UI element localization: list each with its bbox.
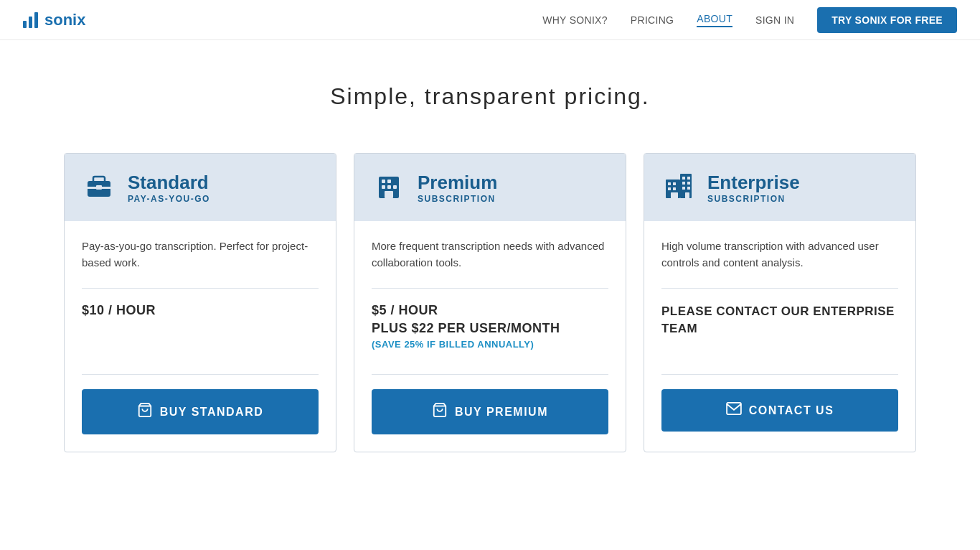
svg-rect-27: [682, 187, 685, 190]
card-enterprise-description: High volume transcription with advanced …: [661, 238, 898, 289]
svg-rect-26: [687, 182, 690, 185]
card-standard-body: Pay-as-you-go transcription. Perfect for…: [65, 221, 336, 452]
card-enterprise-title: Enterprise SUBSCRIPTION: [707, 172, 800, 204]
nav-pricing[interactable]: PRICING: [631, 14, 674, 26]
card-premium-price: $5 / HOUR PLUS $22 PER USER/MONTH (SAVE …: [372, 303, 608, 375]
card-standard-header: Standard PAY-AS-YOU-GO: [65, 154, 336, 221]
pricing-cards: Standard PAY-AS-YOU-GO Pay-as-you-go tra…: [29, 153, 951, 452]
card-premium-description: More frequent transcription needs with a…: [372, 238, 608, 289]
card-standard-name: Standard: [128, 172, 210, 194]
svg-rect-6: [96, 185, 102, 190]
svg-rect-31: [727, 403, 741, 414]
card-standard-price: $10 / HOUR: [82, 303, 319, 375]
card-enterprise-name: Enterprise: [707, 172, 800, 194]
card-premium-header: Premium SUBSCRIPTION: [354, 154, 626, 221]
svg-rect-25: [682, 182, 685, 185]
card-enterprise: Enterprise SUBSCRIPTION High volume tran…: [644, 153, 916, 452]
svg-rect-15: [385, 191, 393, 198]
card-premium-price-main: $5 / HOUR: [372, 303, 608, 318]
cart-icon: [137, 402, 153, 421]
card-enterprise-body: High volume transcription with advanced …: [644, 221, 915, 449]
svg-rect-22: [673, 187, 676, 190]
card-enterprise-price-contact: PLEASE CONTACT OUR ENTERPRISE TEAM: [661, 303, 898, 337]
svg-rect-13: [387, 185, 391, 189]
svg-rect-21: [668, 187, 671, 190]
svg-rect-20: [673, 182, 676, 185]
svg-rect-1: [29, 17, 32, 28]
buy-standard-button[interactable]: BUY STANDARD: [82, 389, 319, 434]
svg-rect-12: [382, 185, 385, 189]
logo-text: sonix: [44, 11, 85, 29]
card-enterprise-price: PLEASE CONTACT OUR ENTERPRISE TEAM: [661, 303, 898, 375]
svg-rect-9: [382, 180, 385, 183]
buy-premium-label: BUY PREMIUM: [455, 406, 548, 419]
card-premium-subtitle: SUBSCRIPTION: [418, 194, 497, 204]
nav-about[interactable]: ABOUT: [697, 13, 732, 27]
card-enterprise-subtitle: SUBSCRIPTION: [707, 194, 800, 204]
card-premium-name: Premium: [418, 172, 497, 194]
sonix-bars-icon: [23, 12, 39, 28]
card-standard-description: Pay-as-you-go transcription. Perfect for…: [82, 238, 319, 289]
logo-icon: [23, 12, 39, 28]
card-premium: Premium SUBSCRIPTION More frequent trans…: [354, 153, 626, 452]
svg-rect-2: [34, 12, 38, 28]
svg-rect-28: [687, 187, 690, 190]
svg-rect-23: [682, 177, 685, 180]
svg-rect-14: [393, 185, 397, 189]
svg-rect-0: [23, 21, 27, 28]
card-standard-title: Standard PAY-AS-YOU-GO: [128, 172, 210, 204]
card-enterprise-header: Enterprise SUBSCRIPTION: [644, 154, 915, 221]
building-enterprise-icon: [661, 168, 696, 207]
card-premium-title: Premium SUBSCRIPTION: [418, 172, 497, 204]
buy-premium-button[interactable]: BUY PREMIUM: [372, 389, 608, 434]
buy-standard-label: BUY STANDARD: [160, 406, 264, 419]
page-title: Simple, transparent pricing.: [29, 83, 951, 110]
svg-rect-19: [668, 182, 671, 185]
main-content: Simple, transparent pricing. Standard PA…: [0, 40, 980, 510]
contact-us-label: CONTACT US: [749, 404, 834, 417]
nav-sign-in[interactable]: SIGN IN: [755, 14, 794, 26]
card-premium-price-save: (SAVE 25% IF BILLED ANNUALLY): [372, 339, 608, 350]
svg-rect-4: [93, 177, 105, 182]
svg-rect-10: [387, 180, 391, 183]
logo[interactable]: sonix: [23, 11, 85, 29]
briefcase-icon: [82, 168, 116, 207]
card-standard: Standard PAY-AS-YOU-GO Pay-as-you-go tra…: [64, 153, 336, 452]
card-standard-subtitle: PAY-AS-YOU-GO: [128, 194, 210, 204]
envelope-icon: [726, 402, 742, 419]
nav-cta-button[interactable]: TRY SONIX FOR FREE: [817, 7, 957, 33]
cart-premium-icon: [432, 402, 448, 421]
nav-why-sonix[interactable]: WHY SONIX?: [542, 14, 608, 26]
contact-us-button[interactable]: CONTACT US: [661, 389, 898, 432]
svg-rect-29: [671, 192, 678, 198]
building-premium-icon: [372, 168, 406, 207]
card-premium-body: More frequent transcription needs with a…: [354, 221, 626, 452]
nav-links: WHY SONIX? PRICING ABOUT SIGN IN TRY SON…: [542, 7, 957, 33]
svg-rect-30: [685, 192, 689, 198]
navbar: sonix WHY SONIX? PRICING ABOUT SIGN IN T…: [0, 0, 980, 40]
svg-rect-24: [687, 177, 690, 180]
card-standard-price-main: $10 / HOUR: [82, 303, 319, 318]
card-premium-price-plus: PLUS $22 PER USER/MONTH: [372, 321, 608, 336]
